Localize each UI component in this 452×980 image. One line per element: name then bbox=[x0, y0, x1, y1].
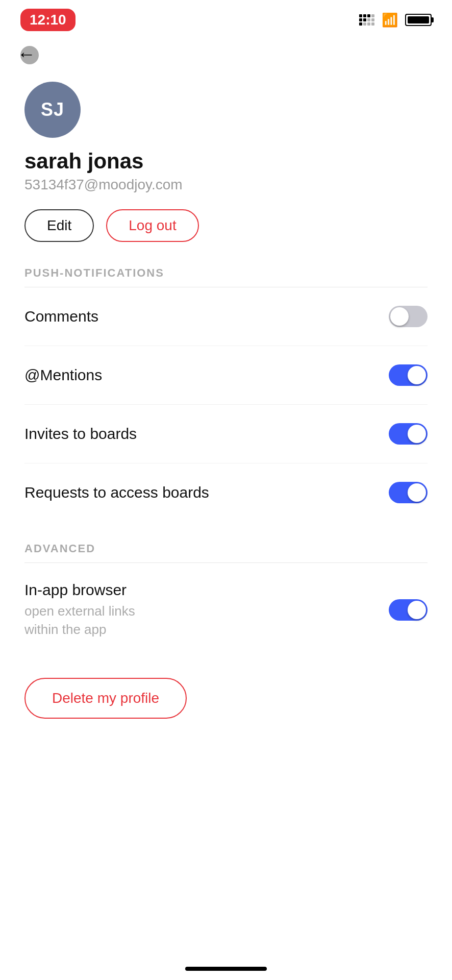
toggle-invites[interactable] bbox=[389, 423, 428, 445]
logout-button[interactable]: Log out bbox=[106, 209, 198, 242]
edit-button[interactable]: Edit bbox=[24, 209, 94, 242]
setting-label-comments: Comments bbox=[24, 308, 98, 325]
setting-label-browser: In-app browser bbox=[24, 581, 135, 599]
toggle-knob-mentions bbox=[408, 366, 426, 384]
toggle-knob-browser bbox=[408, 601, 426, 619]
profile-section: SJ sarah jonas 53134f37@moodjoy.com Edit… bbox=[0, 69, 452, 242]
setting-row-mentions: @Mentions bbox=[24, 346, 428, 405]
status-icons: 📶 bbox=[359, 12, 432, 28]
setting-row-inapp-browser: In-app browser open external linkswithin… bbox=[24, 563, 428, 657]
profile-email: 53134f37@moodjoy.com bbox=[24, 177, 428, 193]
profile-name: sarah jonas bbox=[24, 149, 428, 174]
toggle-knob-comments bbox=[390, 307, 409, 326]
back-button-inner[interactable]: ← bbox=[20, 46, 39, 64]
setting-label-requests: Requests to access boards bbox=[24, 484, 209, 501]
signal-icon bbox=[359, 14, 374, 26]
setting-sublabel-browser: open external linkswithin the app bbox=[24, 602, 135, 639]
profile-actions: Edit Log out bbox=[24, 209, 428, 242]
back-button[interactable]: ← bbox=[0, 36, 452, 69]
advanced-section: ADVANCED In-app browser open external li… bbox=[0, 542, 452, 657]
home-indicator bbox=[185, 967, 267, 971]
advanced-header: ADVANCED bbox=[24, 542, 428, 563]
delete-profile-button[interactable]: Delete my profile bbox=[24, 678, 187, 719]
delete-section: Delete my profile bbox=[0, 657, 452, 739]
setting-label-group-browser: In-app browser open external linkswithin… bbox=[24, 581, 135, 639]
setting-label-mentions: @Mentions bbox=[24, 366, 102, 384]
push-notifications-header: PUSH-NOTIFICATIONS bbox=[24, 266, 428, 287]
status-bar: 12:10 📶 bbox=[0, 0, 452, 36]
wifi-icon: 📶 bbox=[382, 12, 398, 28]
battery-container bbox=[405, 14, 432, 26]
toggle-knob-requests bbox=[408, 483, 426, 502]
avatar: SJ bbox=[24, 82, 81, 138]
push-notifications-section: PUSH-NOTIFICATIONS Comments @Mentions In… bbox=[0, 266, 452, 522]
battery-icon bbox=[405, 14, 432, 26]
toggle-inapp-browser[interactable] bbox=[389, 599, 428, 621]
setting-row-requests: Requests to access boards bbox=[24, 463, 428, 522]
toggle-requests[interactable] bbox=[389, 482, 428, 503]
toggle-mentions[interactable] bbox=[389, 364, 428, 386]
avatar-initials: SJ bbox=[41, 99, 64, 120]
toggle-knob-invites bbox=[408, 425, 426, 443]
setting-row-invites: Invites to boards bbox=[24, 405, 428, 463]
back-arrow-icon: ← bbox=[17, 45, 36, 63]
status-time: 12:10 bbox=[20, 9, 76, 31]
setting-row-comments: Comments bbox=[24, 287, 428, 346]
toggle-comments[interactable] bbox=[389, 306, 428, 327]
setting-label-invites: Invites to boards bbox=[24, 425, 137, 443]
